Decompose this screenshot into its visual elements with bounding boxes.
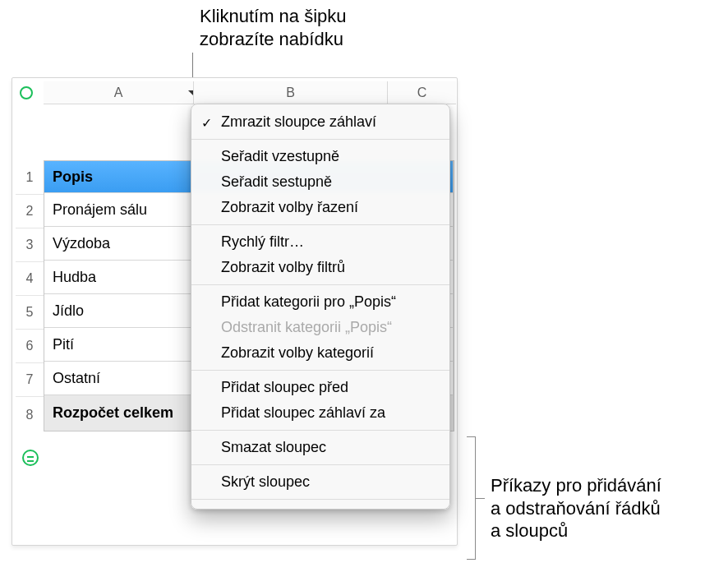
column-context-menu: ✓ Zmrazit sloupce záhlaví Seřadit vzestu… bbox=[191, 104, 450, 510]
menu-separator bbox=[191, 284, 449, 285]
menu-item-label: Odstranit kategorii „Popis“ bbox=[221, 319, 392, 335]
menu-item-hide-col[interactable]: Skrýt sloupec bbox=[191, 469, 449, 495]
menu-item-label: Přidat kategorii pro „Popis“ bbox=[221, 293, 396, 310]
menu-item-freeze-header-cols[interactable]: ✓ Zmrazit sloupce záhlaví bbox=[191, 109, 449, 135]
cell-a2[interactable]: Pronájem sálu bbox=[44, 193, 194, 226]
menu-item-remove-category: Odstranit kategorii „Popis“ bbox=[191, 315, 449, 340]
cell-a4-text: Hudba bbox=[53, 269, 96, 286]
add-row-icon[interactable] bbox=[22, 450, 39, 466]
table-corner-handle[interactable] bbox=[20, 86, 33, 99]
menu-item-label: Přidat sloupec před bbox=[221, 379, 348, 395]
cell-a7-text: Ostatní bbox=[53, 370, 100, 387]
row-header-3[interactable]: 3 bbox=[16, 228, 44, 261]
column-headers: A B C bbox=[44, 81, 457, 104]
row-header-7-label: 7 bbox=[26, 372, 34, 387]
cell-a6[interactable]: Pití bbox=[44, 328, 194, 361]
menu-item-label: Rychlý filtr… bbox=[221, 233, 304, 250]
cell-a1[interactable]: Popis bbox=[44, 161, 194, 192]
callout-right-line1: Příkazy pro přidávání bbox=[491, 474, 661, 497]
row-header-8-label: 8 bbox=[26, 408, 34, 422]
callout-top-line1: Kliknutím na šipku bbox=[200, 5, 347, 28]
checkmark-icon: ✓ bbox=[201, 114, 212, 130]
cell-a7[interactable]: Ostatní bbox=[44, 362, 194, 395]
menu-item-show-filter-opts[interactable]: Zobrazit volby filtrů bbox=[191, 255, 449, 280]
cell-a3[interactable]: Výzdoba bbox=[44, 227, 194, 260]
row-header-1[interactable]: 1 bbox=[16, 160, 44, 194]
menu-separator bbox=[191, 464, 449, 465]
row-header-6-label: 6 bbox=[26, 339, 34, 353]
menu-item-add-col-before[interactable]: Přidat sloupec před bbox=[191, 375, 449, 400]
row-header-5[interactable]: 5 bbox=[16, 295, 44, 329]
menu-item-add-header-col-after[interactable]: Přidat sloupec záhlaví za bbox=[191, 400, 449, 426]
row-header-4[interactable]: 4 bbox=[16, 261, 44, 295]
menu-item-sort-asc[interactable]: Seřadit vzestupně bbox=[191, 144, 449, 169]
menu-item-label: Zmrazit sloupce záhlaví bbox=[221, 113, 376, 130]
column-header-a-label: A bbox=[114, 85, 123, 100]
column-header-c[interactable]: C bbox=[387, 81, 456, 104]
menu-separator bbox=[191, 430, 449, 431]
cell-a8-text: Rozpočet celkem bbox=[53, 404, 173, 422]
row-header-1-label: 1 bbox=[26, 170, 34, 185]
callout-right: Příkazy pro přidávání a odstraňování řád… bbox=[491, 474, 661, 542]
menu-item-label: Seřadit vzestupně bbox=[221, 148, 339, 164]
row-header-8[interactable]: 8 bbox=[16, 396, 44, 432]
menu-separator bbox=[191, 499, 449, 500]
menu-item-label: Zobrazit volby filtrů bbox=[221, 259, 345, 275]
menu-item-label: Skrýt sloupec bbox=[221, 473, 310, 490]
cell-a8[interactable]: Rozpočet celkem bbox=[44, 395, 194, 431]
cell-a4[interactable]: Hudba bbox=[44, 261, 194, 293]
row-header-2-label: 2 bbox=[26, 204, 34, 219]
row-header-6[interactable]: 6 bbox=[16, 329, 44, 362]
menu-item-label: Zobrazit volby řazení bbox=[221, 199, 358, 215]
menu-item-show-sort-opts[interactable]: Zobrazit volby řazení bbox=[191, 195, 449, 220]
cell-a3-text: Výzdoba bbox=[53, 235, 110, 252]
row-header-2[interactable]: 2 bbox=[16, 194, 44, 228]
callout-right-line3: a sloupců bbox=[491, 519, 661, 542]
menu-item-label: Seřadit sestupně bbox=[221, 173, 332, 190]
row-header-7[interactable]: 7 bbox=[16, 362, 44, 396]
menu-item-add-category[interactable]: Přidat kategorii pro „Popis“ bbox=[191, 289, 449, 315]
cell-a5-text: Jídlo bbox=[53, 302, 84, 320]
column-header-b-label: B bbox=[286, 85, 295, 100]
cell-a2-text: Pronájem sálu bbox=[53, 201, 147, 219]
cell-a1-text: Popis bbox=[53, 168, 93, 186]
cell-a6-text: Pití bbox=[53, 336, 74, 353]
menu-item-delete-col[interactable]: Smazat sloupec bbox=[191, 435, 449, 460]
row-headers: 1 2 3 4 5 6 7 8 bbox=[16, 160, 44, 432]
menu-separator bbox=[191, 370, 449, 371]
menu-item-sort-desc[interactable]: Seřadit sestupně bbox=[191, 169, 449, 195]
column-header-a[interactable]: A bbox=[44, 81, 193, 104]
menu-separator bbox=[191, 139, 449, 140]
menu-item-show-category-opts[interactable]: Zobrazit volby kategorií bbox=[191, 340, 449, 366]
row-header-5-label: 5 bbox=[26, 305, 34, 320]
callout-top: Kliknutím na šipku zobrazíte nabídku bbox=[200, 5, 347, 50]
callout-right-bracket bbox=[467, 436, 485, 560]
callout-right-line2: a odstraňování řádků bbox=[491, 497, 661, 520]
menu-item-quick-filter[interactable]: Rychlý filtr… bbox=[191, 229, 449, 255]
menu-item-label: Zobrazit volby kategorií bbox=[221, 344, 374, 361]
menu-item-label: Smazat sloupec bbox=[221, 439, 326, 455]
callout-top-line2: zobrazíte nabídku bbox=[200, 28, 347, 51]
cell-a5[interactable]: Jídlo bbox=[44, 294, 194, 327]
row-header-4-label: 4 bbox=[26, 271, 34, 286]
menu-separator bbox=[191, 224, 449, 225]
row-header-3-label: 3 bbox=[26, 238, 34, 252]
menu-item-label: Přidat sloupec záhlaví za bbox=[221, 404, 385, 421]
column-header-b[interactable]: B bbox=[193, 81, 387, 104]
column-header-c-label: C bbox=[417, 85, 427, 100]
